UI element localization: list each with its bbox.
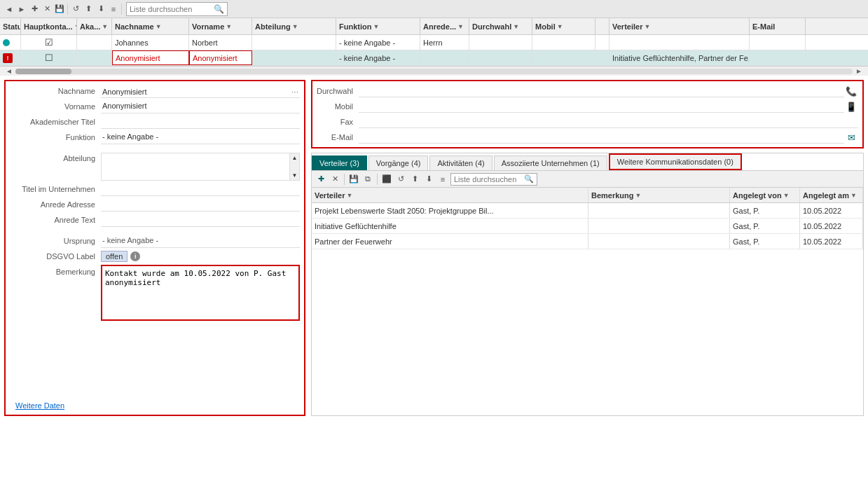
- durchwahl-row: Durchwahl 📞: [317, 84, 858, 98]
- tab-verteiler[interactable]: Verteiler (3): [312, 155, 367, 170]
- sub-save-icon[interactable]: 💾: [347, 173, 360, 186]
- filter-abteilung-icon[interactable]: ▼: [292, 23, 298, 30]
- cell-funktion-2: - keine Angabe -: [336, 50, 420, 65]
- cell-haupt-1: ☑: [21, 35, 77, 50]
- tab-aktivitaeten[interactable]: Aktivitäten (4): [429, 155, 492, 170]
- col-header-verteiler: Verteiler ▼: [609, 18, 750, 34]
- info-icon[interactable]: i: [130, 251, 140, 261]
- separator-1: [10, 147, 300, 153]
- filter-mobil-icon[interactable]: ▼: [557, 23, 563, 30]
- email-icon[interactable]: ✉: [844, 132, 858, 143]
- email-row: E-Mail ✉: [317, 130, 858, 144]
- sub-refresh-icon[interactable]: ⬛: [380, 173, 393, 186]
- search-input[interactable]: [130, 5, 214, 13]
- cell-anrede-2: [420, 50, 469, 65]
- col-header-durchwahl: Durchwahl ▼: [469, 18, 532, 34]
- hscroll-bar: ◄ ►: [0, 66, 868, 76]
- scroll-left-icon[interactable]: ◄: [3, 67, 15, 75]
- add-icon[interactable]: ✚: [28, 3, 41, 15]
- titel-row: Titel im Unternehmen: [10, 184, 300, 196]
- tab-weitere-kommunikation[interactable]: Weitere Kommunikationsdaten (0): [609, 153, 742, 170]
- save-icon[interactable]: 💾: [53, 3, 66, 15]
- hscroll-thumb[interactable]: [15, 69, 71, 74]
- sub-copy-icon[interactable]: ⧉: [361, 173, 374, 186]
- anrede-text-label: Anrede Text: [10, 214, 101, 224]
- scroll-up-icon[interactable]: ▲: [292, 155, 298, 161]
- filter-vorname-icon[interactable]: ▼: [226, 23, 232, 30]
- bemerkung-textarea[interactable]: [101, 265, 300, 321]
- mobile-icon[interactable]: 📱: [844, 102, 858, 112]
- sub-delete-icon[interactable]: ✕: [329, 173, 341, 186]
- mobil-row: Mobil 📱: [317, 99, 858, 113]
- nachname-value: Anonymisiert ···: [101, 85, 300, 98]
- import-icon[interactable]: ⬇: [95, 3, 107, 15]
- list-item[interactable]: Initiative Geflüchtenhilfe Gast, P. 10.0…: [312, 219, 863, 234]
- cell-anrede-1: Herrn: [420, 35, 469, 50]
- filter-nachname-icon[interactable]: ▼: [156, 23, 162, 30]
- export-icon[interactable]: ⬆: [82, 3, 95, 15]
- ursprung-value: - keine Angabe -: [101, 235, 300, 248]
- nachname-menu-icon[interactable]: ···: [291, 87, 298, 97]
- filter-aka-icon[interactable]: ▼: [102, 23, 108, 30]
- dsgvo-row: DSGVO Label offen i: [10, 251, 300, 262]
- tab-assoziierte[interactable]: Assoziierte Unternehmen (1): [494, 155, 607, 170]
- cell-verteiler-1: [609, 35, 750, 50]
- akademischer-titel-value: [101, 116, 300, 129]
- abteilung-scroll[interactable]: ▲ ▼: [289, 153, 299, 180]
- sub-col-header-angelegt-am: Angelegt am ▼: [800, 188, 863, 202]
- dsgvo-box: offen i: [101, 251, 140, 262]
- search-icon[interactable]: 🔍: [214, 4, 224, 14]
- filter-anrede-icon[interactable]: ▼: [457, 23, 464, 30]
- sub-filter-bemerkung-icon[interactable]: ▼: [635, 192, 642, 199]
- delete-icon[interactable]: ✕: [41, 3, 53, 15]
- tab-vorgaenge[interactable]: Vorgänge (4): [368, 155, 429, 170]
- cell-haupt-2: ☐: [21, 50, 77, 65]
- sub-filter-angelegt-am-icon[interactable]: ▼: [850, 192, 857, 199]
- col-header-mobil: Mobil ▼: [532, 18, 595, 34]
- arrow-right-icon[interactable]: ►: [15, 3, 28, 15]
- sub-import-icon[interactable]: ⬇: [422, 173, 435, 186]
- phone-icon[interactable]: 📞: [844, 86, 858, 97]
- table-row[interactable]: ☑ Johannes Norbert - keine Angabe - Herr…: [0, 35, 868, 50]
- sub-filter-angelegt-von-icon[interactable]: ▼: [783, 192, 790, 199]
- cell-status-1: [0, 35, 21, 50]
- sub-grid-header: Verteiler ▼ Bemerkung ▼ Angelegt von ▼ A…: [312, 188, 863, 203]
- table-row[interactable]: ! ☐ Anonymisiert Anonymisiert - keine An…: [0, 50, 868, 66]
- sub-cell-angelegt-von-2: Gast, P.: [730, 219, 800, 233]
- scroll-down-icon[interactable]: ▼: [292, 172, 298, 179]
- search-box: 🔍: [126, 2, 228, 16]
- arrow-left-icon[interactable]: ◄: [3, 3, 15, 15]
- bemerkung-row: Bemerkung: [10, 265, 300, 395]
- sub-search-input[interactable]: [454, 175, 524, 184]
- cell-abteilung-1: [252, 35, 336, 50]
- abteilung-label: Abteilung: [10, 153, 101, 162]
- sub-settings-icon[interactable]: ≡: [436, 173, 449, 186]
- sub-arrow-icon[interactable]: ↺: [394, 173, 407, 186]
- checkbox-checked-icon[interactable]: ☑: [45, 37, 53, 48]
- abteilung-select[interactable]: ▲ ▼: [101, 153, 300, 181]
- cell-vorname-2: Anonymisiert: [189, 50, 252, 65]
- bottom-table-area: Verteiler (3) Vorgänge (4) Aktivitäten (…: [311, 153, 864, 416]
- sub-add-icon[interactable]: ✚: [315, 173, 327, 186]
- hscroll-track[interactable]: [15, 69, 853, 74]
- cell-mobil-2: [532, 50, 595, 65]
- sub-filter-verteiler-icon[interactable]: ▼: [346, 192, 352, 199]
- tab-bar: Verteiler (3) Vorgänge (4) Aktivitäten (…: [312, 153, 863, 171]
- sub-col-header-angelegt-von: Angelegt von ▼: [730, 188, 800, 202]
- dsgvo-label: DSGVO Label: [10, 251, 101, 261]
- filter-funktion-icon[interactable]: ▼: [373, 23, 379, 30]
- sub-export-icon[interactable]: ⬆: [408, 173, 421, 186]
- checkbox-unchecked-icon[interactable]: ☐: [45, 53, 53, 63]
- filter-durchwahl-icon[interactable]: ▼: [513, 23, 519, 30]
- scroll-right-icon[interactable]: ►: [853, 67, 865, 75]
- col-header-status: Status ▼: [0, 18, 21, 34]
- sub-search-icon[interactable]: 🔍: [524, 174, 534, 184]
- email-value: [359, 131, 844, 144]
- list-item[interactable]: Projekt Lebenswerte Stadt 2050: Projektg…: [312, 203, 863, 219]
- refresh-icon[interactable]: ↺: [69, 3, 82, 15]
- filter-verteiler-icon[interactable]: ▼: [644, 23, 650, 30]
- settings-icon[interactable]: ≡: [107, 3, 120, 15]
- list-item[interactable]: Partner der Feuerwehr Gast, P. 10.05.202…: [312, 234, 863, 249]
- weitere-daten-link[interactable]: Weitere Daten: [15, 401, 64, 410]
- cell-durchwahl-1: [469, 35, 532, 50]
